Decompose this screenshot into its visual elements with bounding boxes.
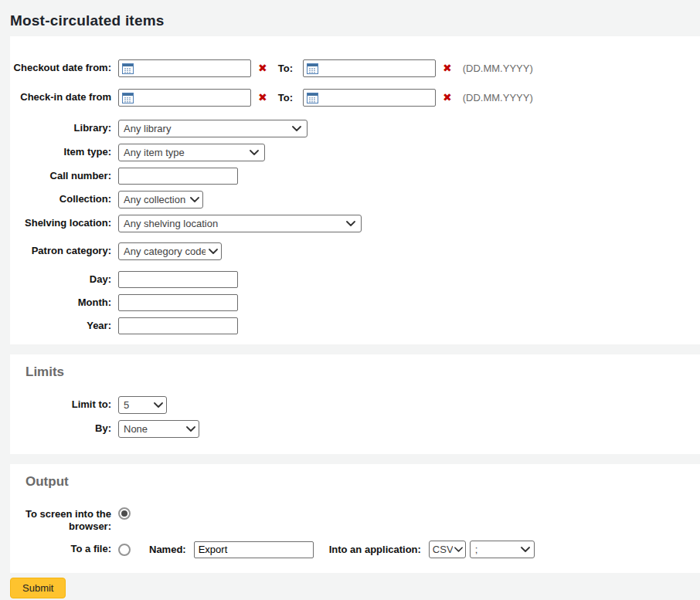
day-row: Day: [10, 271, 700, 288]
day-label: Day: [10, 271, 118, 286]
submit-button[interactable]: Submit [10, 578, 66, 598]
output-screen-radio[interactable] [118, 507, 131, 520]
year-input[interactable] [118, 317, 238, 334]
year-row: Year: [10, 317, 700, 334]
checkout-date-to-field [303, 59, 436, 77]
checkout-date-from-input[interactable] [137, 61, 250, 76]
month-row: Month: [10, 294, 700, 311]
calendar-icon [307, 93, 318, 103]
output-heading: Output [10, 474, 700, 490]
calendar-icon [307, 63, 318, 74]
date-format-hint: (DD.MM.YYYY) [463, 92, 533, 103]
checkout-date-label: Checkout date from: [10, 59, 118, 74]
output-separator-select[interactable]: ; [470, 541, 535, 558]
shelving-location-select[interactable]: Any shelving location [118, 215, 362, 232]
call-number-label: Call number: [10, 168, 118, 182]
output-format-select[interactable]: CSV [429, 541, 466, 558]
checkin-date-from-field [118, 89, 251, 107]
checkout-date-from-field [118, 59, 251, 77]
output-panel: Output To screen into the browser: To a … [10, 464, 700, 573]
item-type-row: Item type: Any item type [10, 144, 700, 161]
year-label: Year: [10, 317, 118, 332]
limit-to-row: Limit to: 5 [10, 396, 700, 414]
clear-date-icon[interactable]: ✖ [443, 59, 452, 77]
call-number-row: Call number: [10, 168, 700, 185]
checkout-date-to-label: To: [278, 63, 293, 74]
day-input[interactable] [118, 271, 238, 288]
limits-panel: Limits Limit to: 5 By: None [10, 354, 700, 454]
collection-select[interactable]: Any collection [118, 191, 203, 208]
checkin-date-to-field [303, 89, 436, 107]
page-header: Most-circulated items [0, 0, 700, 36]
limit-to-select[interactable]: 5 [118, 396, 167, 414]
limits-heading: Limits [10, 364, 700, 380]
limit-by-label: By: [10, 420, 118, 435]
collection-row: Collection: Any collection [10, 191, 700, 208]
clear-date-icon[interactable]: ✖ [443, 89, 452, 107]
criteria-panel: Checkout date from: ✖ To: [10, 36, 700, 344]
month-label: Month: [10, 294, 118, 309]
output-file-row: To a file: Named: Into an application: C… [10, 541, 700, 558]
patron-category-select[interactable]: Any category code [118, 242, 222, 260]
output-file-radio[interactable] [118, 544, 131, 556]
date-format-hint: (DD.MM.YYYY) [463, 63, 533, 74]
patron-category-label: Patron category: [10, 242, 118, 257]
output-application-label: Into an application: [329, 544, 421, 555]
output-file-label: To a file: [10, 541, 118, 555]
patron-category-row: Patron category: Any category code [10, 242, 700, 260]
collection-label: Collection: [10, 191, 118, 205]
output-filename-input[interactable] [194, 541, 314, 558]
library-label: Library: [10, 120, 118, 134]
item-type-label: Item type: [10, 144, 118, 158]
calendar-icon [122, 93, 134, 103]
checkout-date-row: Checkout date from: ✖ To: [10, 59, 700, 77]
checkin-date-from-input[interactable] [137, 90, 250, 105]
checkout-date-to-input[interactable] [321, 61, 435, 76]
output-screen-label: To screen into the browser: [10, 506, 118, 533]
item-type-select[interactable]: Any item type [118, 144, 265, 161]
shelving-location-label: Shelving location: [10, 215, 118, 229]
output-named-label: Named: [149, 544, 186, 555]
call-number-input[interactable] [118, 168, 238, 185]
shelving-location-row: Shelving location: Any shelving location [10, 215, 700, 232]
checkin-date-row: Check-in date from ✖ To: [10, 89, 700, 107]
page-title: Most-circulated items [10, 12, 690, 29]
checkin-date-to-input[interactable] [321, 90, 435, 105]
clear-date-icon[interactable]: ✖ [258, 89, 267, 107]
limit-by-select[interactable]: None [118, 420, 199, 438]
limit-to-label: Limit to: [10, 396, 118, 411]
library-row: Library: Any library [10, 120, 700, 137]
checkin-date-label: Check-in date from [10, 89, 118, 103]
clear-date-icon[interactable]: ✖ [258, 59, 267, 77]
month-input[interactable] [118, 294, 238, 311]
limit-by-row: By: None [10, 420, 700, 438]
calendar-icon [122, 63, 134, 74]
output-screen-row: To screen into the browser: [10, 506, 700, 533]
submit-bar: Submit [0, 573, 700, 600]
library-select[interactable]: Any library [118, 120, 308, 137]
checkin-date-to-label: To: [278, 92, 293, 103]
